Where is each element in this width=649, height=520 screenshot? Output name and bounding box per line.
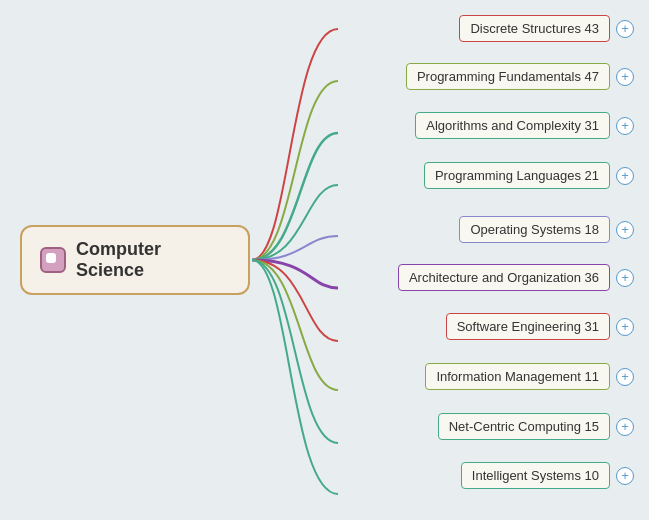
- branch-node-7: Information Management 11+: [425, 363, 634, 390]
- branch-label-1: Programming Fundamentals 47: [406, 63, 610, 90]
- expand-button-1[interactable]: +: [616, 68, 634, 86]
- branch-node-3: Programming Languages 21+: [424, 162, 634, 189]
- center-node: Computer Science: [20, 225, 250, 295]
- expand-button-7[interactable]: +: [616, 368, 634, 386]
- expand-button-6[interactable]: +: [616, 318, 634, 336]
- expand-button-4[interactable]: +: [616, 221, 634, 239]
- folder-icon: [40, 247, 66, 273]
- branch-label-3: Programming Languages 21: [424, 162, 610, 189]
- branch-node-9: Intelligent Systems 10+: [461, 462, 634, 489]
- expand-button-2[interactable]: +: [616, 117, 634, 135]
- center-label: Computer Science: [76, 239, 230, 281]
- branch-label-0: Discrete Structures 43: [459, 15, 610, 42]
- expand-button-0[interactable]: +: [616, 20, 634, 38]
- branch-label-5: Architecture and Organization 36: [398, 264, 610, 291]
- branch-label-2: Algorithms and Complexity 31: [415, 112, 610, 139]
- branch-node-5: Architecture and Organization 36+: [398, 264, 634, 291]
- branch-node-0: Discrete Structures 43+: [459, 15, 634, 42]
- expand-button-3[interactable]: +: [616, 167, 634, 185]
- branch-label-8: Net-Centric Computing 15: [438, 413, 610, 440]
- expand-button-9[interactable]: +: [616, 467, 634, 485]
- branch-node-6: Software Engineering 31+: [446, 313, 634, 340]
- branch-node-2: Algorithms and Complexity 31+: [415, 112, 634, 139]
- expand-button-5[interactable]: +: [616, 269, 634, 287]
- branch-label-9: Intelligent Systems 10: [461, 462, 610, 489]
- branch-node-8: Net-Centric Computing 15+: [438, 413, 634, 440]
- branch-label-4: Operating Systems 18: [459, 216, 610, 243]
- branch-label-6: Software Engineering 31: [446, 313, 610, 340]
- branch-node-4: Operating Systems 18+: [459, 216, 634, 243]
- expand-button-8[interactable]: +: [616, 418, 634, 436]
- mind-map: Computer Science Discrete Structures 43+…: [0, 0, 649, 520]
- branch-label-7: Information Management 11: [425, 363, 610, 390]
- branch-node-1: Programming Fundamentals 47+: [406, 63, 634, 90]
